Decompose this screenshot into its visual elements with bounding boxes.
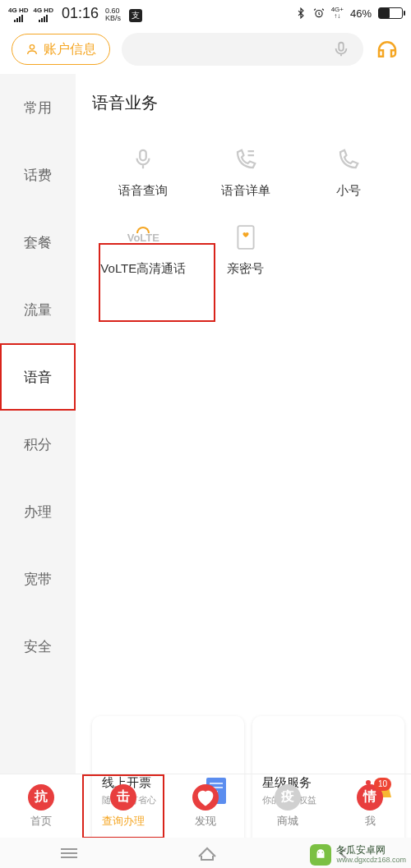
tile-voice-detail[interactable]: 语音详单 — [195, 139, 298, 217]
content-pane: 语音业务 语音查询 语音详单 小号 VoLTE VoLTE高清通话 亲密号 — [76, 74, 411, 774]
heart-icon — [192, 784, 219, 811]
headset-icon[interactable] — [375, 37, 399, 62]
bluetooth-icon — [295, 7, 307, 19]
user-icon — [25, 43, 39, 56]
battery-icon — [378, 7, 403, 19]
sidebar-item-data[interactable]: 流量 — [0, 276, 76, 343]
home-key[interactable] — [196, 845, 218, 861]
nav-shop-icon: 疫 — [275, 784, 301, 811]
nav-home-icon: 抗 — [28, 784, 54, 811]
tile-family-number[interactable]: 亲密号 — [195, 217, 298, 295]
network-icon: 4G+↑↓ — [331, 7, 344, 20]
android-soft-keys: 冬瓜安卓网 www.dgxcdz168.com — [0, 838, 411, 868]
nav-home[interactable]: 抗 首页 — [0, 774, 82, 838]
signal-2: 4G HD — [33, 7, 53, 22]
recent-apps-key[interactable] — [59, 846, 79, 861]
category-sidebar: 常用 话费 套餐 流量 语音 积分 办理 宽带 安全 — [0, 74, 76, 774]
phone-icon — [336, 147, 361, 172]
clock: 01:16 — [62, 5, 99, 22]
sidebar-item-common[interactable]: 常用 — [0, 74, 76, 141]
notification-badge: 10 — [374, 778, 391, 791]
nav-shop[interactable]: 疫 商城 — [247, 774, 329, 838]
svg-point-15 — [322, 852, 324, 853]
account-label: 账户信息 — [44, 41, 96, 58]
svg-rect-2 — [339, 43, 344, 51]
app-header: 账户信息 — [0, 25, 411, 74]
nav-discover[interactable]: 发现 — [164, 774, 247, 838]
sidebar-item-bill[interactable]: 话费 — [0, 141, 76, 209]
search-input[interactable] — [122, 33, 363, 66]
battery-pct: 46% — [350, 7, 372, 20]
alarm-icon — [313, 7, 325, 19]
svg-point-1 — [30, 45, 34, 49]
phone-list-icon — [233, 147, 258, 172]
alipay-icon: 支 — [129, 9, 142, 22]
volte-icon: VoLTE — [127, 232, 159, 244]
tile-volte[interactable]: VoLTE VoLTE高清通话 — [92, 217, 195, 295]
nav-query-icon: 击 — [110, 784, 136, 811]
svg-rect-3 — [141, 150, 147, 161]
sidebar-item-plan[interactable]: 套餐 — [0, 209, 76, 276]
mic-icon[interactable] — [332, 40, 350, 58]
sidebar-item-handle[interactable]: 办理 — [0, 478, 76, 545]
account-chip[interactable]: 账户信息 — [12, 34, 110, 65]
signal-1: 4G HD — [8, 7, 28, 22]
data-rate: 0.60KB/s — [105, 7, 121, 22]
status-bar: 4G HD 4G HD 01:16 0.60KB/s 支 4G+↑↓ 46% — [0, 0, 411, 25]
watermark: 冬瓜安卓网 www.dgxcdz168.com — [310, 844, 406, 866]
section-title: 语音业务 — [92, 92, 399, 114]
tile-voice-query[interactable]: 语音查询 — [92, 139, 195, 217]
android-icon — [310, 844, 331, 866]
sidebar-item-broadband[interactable]: 宽带 — [0, 545, 76, 613]
svg-point-14 — [318, 852, 320, 853]
bottom-nav: 抗 首页 击 查询办理 发现 疫 商城 情 我 10 — [0, 774, 411, 838]
sidebar-item-security[interactable]: 安全 — [0, 613, 76, 680]
nav-me[interactable]: 情 我 10 — [329, 774, 411, 838]
sidebar-item-points[interactable]: 积分 — [0, 411, 76, 478]
nav-query[interactable]: 击 查询办理 — [82, 774, 164, 838]
mic-icon — [131, 147, 155, 172]
sidebar-item-voice[interactable]: 语音 — [0, 343, 76, 411]
heart-device-icon — [235, 224, 256, 250]
tile-secondary-number[interactable]: 小号 — [297, 139, 399, 217]
